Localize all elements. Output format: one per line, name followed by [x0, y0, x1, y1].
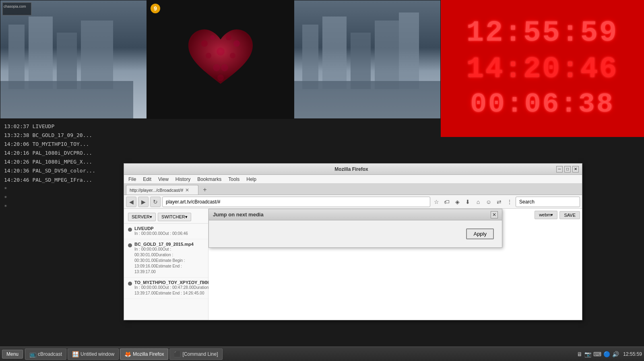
badge-number: 9 — [151, 4, 160, 13]
firefox-window: Mozilla Firefox ─ □ ✕ File Edit View His… — [124, 163, 582, 320]
more-icon[interactable]: ⋮ — [505, 197, 514, 206]
firefox-icon: 🦊 — [124, 351, 131, 357]
firefox-title: Mozilla Firefox — [147, 166, 555, 172]
svg-point-11 — [230, 53, 235, 58]
firefox-menubar: File Edit View History Bookmarks Tools H… — [124, 175, 582, 184]
menu-history[interactable]: History — [173, 176, 193, 183]
bookmark-tag-icon[interactable]: 🏷 — [442, 197, 451, 206]
taskbar-commandline-label: [Command Line] — [182, 351, 218, 357]
log-line-9: * — [4, 193, 121, 202]
menu-tools[interactable]: Tools — [226, 176, 242, 183]
taskbar-firefox-label: Mozilla Firefox — [133, 351, 164, 357]
firefox-tab-active[interactable]: http://player.../cBroadcast/# ✕ — [126, 185, 198, 195]
svg-rect-17 — [351, 33, 371, 89]
search-bar[interactable] — [516, 197, 580, 207]
taskbar-camera-icon[interactable]: 📷 — [584, 351, 591, 357]
pocket-icon[interactable]: ◈ — [453, 197, 462, 206]
menu-bookmarks[interactable]: Bookmarks — [195, 176, 224, 183]
clock-time-2: 14:20:46 — [466, 54, 619, 85]
taskbar-desktop-icon[interactable]: 🖥 — [577, 351, 582, 357]
synced-tabs-icon[interactable]: ⇄ — [495, 197, 504, 206]
taskbar-item-firefox[interactable]: 🦊 Mozilla Firefox — [120, 349, 168, 360]
jump-modal-body: Apply — [209, 220, 502, 247]
taskbar-item-cbroadcast[interactable]: 📺 cBroadcast — [25, 349, 66, 360]
svg-rect-20 — [294, 81, 440, 118]
clock-time-1: 12:55:59 — [466, 17, 619, 49]
taskbar-keyboard-icon[interactable]: ⌨ — [593, 351, 601, 357]
log-line-5: 14:20:26 PAL_1080i_MPEG_X... — [4, 158, 121, 166]
log-line-10: * — [4, 202, 121, 211]
taskbar-bluetooth-icon[interactable]: 🔵 — [603, 351, 610, 357]
playlist-item-1[interactable]: BC_GOLD_17_09_2015.mp4 In : 00:00:00.00O… — [124, 239, 208, 278]
video-panel-right — [294, 0, 441, 119]
new-tab-btn[interactable]: + — [200, 185, 210, 195]
playlist-item-0[interactable]: LIVEUDP In : 00:00:00.00Out : 00:06:46 — [124, 224, 208, 239]
tab-label: http://player.../cBroadcast/# — [130, 188, 183, 193]
ff-control-buttons: SERVER▾ SWITCHER▾ — [124, 211, 208, 224]
svg-point-5 — [201, 40, 208, 47]
tab-close-btn[interactable]: ✕ — [185, 187, 189, 193]
bullet-icon-1 — [128, 243, 132, 247]
untitled-window-icon: 🪟 — [72, 351, 78, 357]
ff-top-controls: webm▾ SAVE — [533, 209, 582, 221]
apply-btn[interactable]: Apply — [466, 228, 494, 239]
start-label: Menu — [6, 351, 19, 357]
taskbar-item-untitled[interactable]: 🪟 Untitled window — [68, 349, 119, 360]
svg-point-9 — [217, 48, 225, 56]
webm-dropdown-btn[interactable]: webm▾ — [535, 211, 557, 219]
taskbar-cbroadcast-label: cBroadcast — [38, 351, 62, 357]
firefox-maximize-btn[interactable]: □ — [564, 166, 571, 172]
svg-point-7 — [226, 35, 231, 40]
jump-modal-header: Jump on next media ✕ — [209, 209, 502, 220]
firefox-minimize-btn[interactable]: ─ — [556, 166, 563, 172]
bullet-icon — [128, 228, 132, 232]
clock-time-3: 00:06:38 — [470, 89, 614, 120]
jump-modal-close-btn[interactable]: ✕ — [491, 211, 498, 218]
log-area: 13:02:37 LIVEUDP 13:32:38 BC_GOLD_17_09_… — [0, 119, 125, 308]
taskbar-volume-icon[interactable]: 🔊 — [612, 351, 619, 357]
svg-rect-4 — [0, 81, 133, 118]
download-icon[interactable]: ⬇ — [463, 197, 472, 206]
commandline-icon: ⬛ — [174, 351, 180, 357]
playlist-item-info-0: In : 00:00:00.00Out : 00:06:46 — [134, 231, 188, 237]
firefox-tabbar: http://player.../cBroadcast/# ✕ + — [124, 184, 582, 195]
svg-rect-3 — [81, 21, 113, 89]
firefox-close-btn[interactable]: ✕ — [572, 166, 579, 172]
playlist-item-name-0: LIVEUDP — [134, 226, 188, 231]
start-menu-btn[interactable]: Menu — [2, 350, 23, 359]
svg-rect-15 — [302, 25, 318, 89]
taskbar-item-commandline[interactable]: ⬛ [Command Line] — [169, 349, 222, 360]
log-line-4: 14:20:16 PAL_1080i_DVCPRO... — [4, 149, 121, 158]
jump-modal: Jump on next media ✕ Apply — [208, 209, 502, 248]
svg-point-6 — [210, 35, 215, 40]
bookmark-star-icon[interactable]: ☆ — [432, 197, 441, 206]
home-icon[interactable]: ⌂ — [474, 197, 483, 206]
back-btn[interactable]: ◀ — [126, 197, 136, 207]
menu-edit[interactable]: Edit — [140, 176, 154, 183]
svg-rect-0 — [8, 25, 25, 89]
switcher-dropdown-btn[interactable]: SWITCHER▾ — [158, 213, 191, 221]
emoji-icon[interactable]: ☺ — [484, 197, 493, 206]
heart-animation — [180, 15, 261, 104]
menu-file[interactable]: File — [126, 176, 138, 183]
firefox-content: SERVER▾ SWITCHER▾ LIVEUDP In : 00:00:00.… — [124, 209, 582, 320]
playlist-item-info-1: In : 00:00:00.00Out : 00:30:01.00Duratio… — [134, 247, 204, 275]
svg-point-14 — [217, 75, 224, 81]
reload-btn[interactable]: ↻ — [150, 197, 161, 207]
log-line-6: 14:20:36 PAL_SD_DV50_color... — [4, 166, 121, 175]
url-bar[interactable] — [162, 197, 430, 207]
video-panel-center: 9 — [147, 0, 294, 119]
server-dropdown-btn[interactable]: SERVER▾ — [128, 213, 156, 221]
ff-main-panel: webm▾ SAVE Jump on next media ✕ Apply — [208, 209, 582, 320]
log-line-2: 13:32:38 BC_GOLD_17_09_20... — [4, 131, 121, 140]
svg-point-12 — [213, 64, 220, 71]
forward-btn[interactable]: ▶ — [138, 197, 149, 207]
menu-view[interactable]: View — [156, 176, 171, 183]
log-line-1: 13:02:37 LIVEUDP — [4, 122, 121, 131]
clock-panel: 12:55:59 14:20:46 00:06:38 — [441, 0, 644, 137]
playlist-item-name-1: BC_GOLD_17_09_2015.mp4 — [134, 242, 204, 247]
playlist-item-2[interactable]: ΤΟ_ΜΥΣΤΗΡΙΟ_ΤΟΥ_ΧΡΥΣΟΥ_ΠΙΘΗΚΟΥ_ΕΠΕΙΣΟΔΙΟ… — [124, 278, 208, 299]
menu-help[interactable]: Help — [244, 176, 259, 183]
save-btn[interactable]: SAVE — [559, 211, 580, 219]
log-line-3: 14:20:06 ΤΟ_ΜΥΣΤΗΡΙΟ_ΤΟΥ... — [4, 140, 121, 149]
